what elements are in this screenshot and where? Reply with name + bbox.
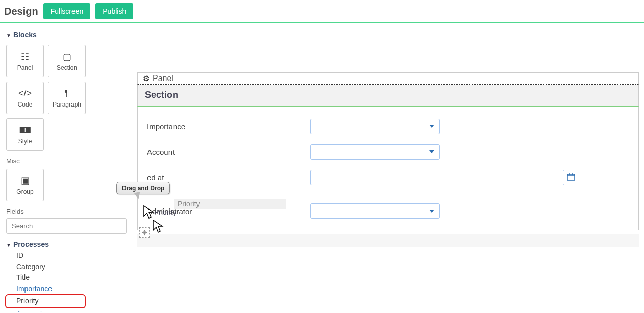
row-finished-at: ed at: [138, 165, 638, 190]
style-icon: 🀰: [19, 124, 32, 136]
top-bar: Design Fullscreen Publish: [0, 0, 644, 23]
fields-tree: Processes ID Category Title Importance P…: [6, 238, 126, 312]
page-title: Design: [4, 6, 38, 17]
gears-icon: ⚙: [143, 74, 150, 83]
section-icon: ▢: [63, 51, 71, 62]
block-label: Panel: [17, 64, 33, 71]
row-account: Account: [138, 139, 638, 165]
move-icon[interactable]: ✥: [139, 227, 150, 238]
drag-tooltip: Drag and Drop: [116, 182, 170, 194]
select-importance[interactable]: [310, 119, 440, 134]
drag-ghost-priority: Priority: [174, 199, 286, 209]
block-section[interactable]: ▢ Section: [48, 45, 86, 77]
field-category[interactable]: Category: [6, 262, 126, 273]
main-area: Blocks ☷ Panel ▢ Section </> Code ¶ Para…: [0, 23, 644, 312]
blocks-section-header[interactable]: Blocks: [6, 29, 126, 41]
fullscreen-button[interactable]: Fullscreen: [43, 3, 91, 19]
block-label: Style: [18, 138, 32, 145]
block-code[interactable]: </> Code: [6, 82, 44, 114]
block-label: Section: [57, 64, 77, 71]
select-administrator[interactable]: [310, 203, 440, 219]
chevron-down-icon: [429, 210, 434, 213]
group-icon: ▣: [21, 175, 30, 186]
block-label: Paragraph: [53, 101, 81, 108]
svg-rect-0: [567, 174, 575, 180]
panel-header-label: Panel: [153, 74, 174, 83]
block-label: Group: [16, 188, 33, 195]
block-panel[interactable]: ☷ Panel: [6, 45, 44, 77]
paragraph-icon: ¶: [64, 88, 69, 99]
chevron-down-icon: [429, 150, 434, 153]
block-paragraph[interactable]: ¶ Paragraph: [48, 82, 86, 114]
form-body: Importance Account ed at Administrator: [137, 107, 639, 230]
misc-heading: Misc: [6, 157, 126, 165]
canvas[interactable]: ⚙ Panel Section Importance Account ed at…: [132, 23, 644, 312]
panel-header[interactable]: ⚙ Panel: [137, 72, 639, 85]
field-account[interactable]: Account: [6, 308, 126, 312]
panel-icon: ☷: [21, 51, 29, 62]
select-account[interactable]: [310, 144, 440, 160]
sidebar: Blocks ☷ Panel ▢ Section </> Code ¶ Para…: [0, 23, 132, 312]
processes-header[interactable]: Processes: [6, 238, 126, 250]
block-style[interactable]: 🀰 Style: [6, 118, 44, 151]
drop-zone[interactable]: ✥: [137, 234, 639, 247]
label-finished-at: ed at: [147, 173, 310, 182]
fields-heading: Fields: [6, 207, 126, 215]
misc-grid: ▣ Group: [6, 169, 126, 201]
row-importance: Importance: [138, 114, 638, 139]
code-icon: </>: [18, 88, 32, 99]
calendar-icon[interactable]: [567, 173, 575, 181]
block-label: Code: [18, 101, 33, 108]
section-header[interactable]: Section: [137, 85, 639, 107]
drag-ghost-priority-2: Priority: [154, 208, 177, 216]
date-finished-at[interactable]: [310, 170, 564, 185]
search-input[interactable]: [6, 218, 127, 234]
label-account: Account: [147, 148, 310, 156]
blocks-grid: ☷ Panel ▢ Section </> Code ¶ Paragraph 🀰…: [6, 45, 126, 151]
label-importance: Importance: [147, 122, 310, 131]
field-priority-highlighted[interactable]: Priority: [5, 294, 86, 308]
field-title[interactable]: Title: [6, 272, 126, 283]
chevron-down-icon: [429, 125, 434, 128]
drag-tooltip-tail: [134, 192, 142, 200]
field-importance[interactable]: Importance: [6, 283, 126, 295]
field-id[interactable]: ID: [6, 250, 126, 262]
block-group[interactable]: ▣ Group: [6, 169, 44, 201]
publish-button[interactable]: Publish: [95, 3, 133, 19]
